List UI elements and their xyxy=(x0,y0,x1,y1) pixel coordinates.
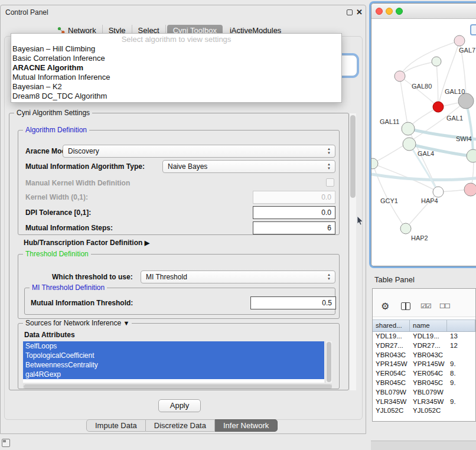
aracne-mode-value: Discovery xyxy=(68,147,99,155)
control-panel-titlebar[interactable]: Control Panel ✕ xyxy=(1,5,366,19)
algorithm-option[interactable]: Basic Correlation Inference xyxy=(11,54,341,63)
table-body: YDL19...YDL19...13YDR27...YDR27...12YBR0… xyxy=(373,332,475,421)
which-threshold-select[interactable]: MI Threshold ▲▼ xyxy=(141,270,335,283)
table-row[interactable]: YBL079WYBL079W xyxy=(373,388,475,397)
apply-button[interactable]: Apply xyxy=(158,399,201,412)
expander-right-icon: ▶ xyxy=(145,239,149,246)
manual-kernel-checkbox[interactable] xyxy=(326,178,334,187)
network-node[interactable] xyxy=(433,102,444,112)
zoom-traffic-light[interactable] xyxy=(396,8,403,15)
kernel-width-value: 0.0 xyxy=(321,193,331,201)
network-node[interactable] xyxy=(467,149,476,162)
network-node[interactable] xyxy=(400,223,411,234)
mi-type-select[interactable]: Naive Bayes ▲▼ xyxy=(162,160,335,173)
network-node[interactable] xyxy=(433,187,444,197)
tab-discretize-data[interactable]: Discretize Data xyxy=(146,419,215,432)
threshold-definition-group: Threshold Definition Which threshold to … xyxy=(18,254,340,319)
network-canvas[interactable]: GAL7GAL80GAL10GAL11GAL1SWI4GAL4GCY1HAP4H… xyxy=(371,19,476,266)
algorithm-option[interactable]: ARACNE Algorithm xyxy=(11,63,341,73)
table-cell xyxy=(447,351,475,360)
control-panel-window: Control Panel ✕ Network Style Select Cyn… xyxy=(0,5,366,434)
table-cell xyxy=(447,406,475,416)
algorithm-option[interactable]: Mutual Information Inference xyxy=(11,73,341,82)
gear-icon[interactable]: ⚙ xyxy=(381,301,389,312)
network-node[interactable] xyxy=(454,35,465,46)
table-cell: YPR145W xyxy=(373,360,410,369)
column-header-name[interactable]: name xyxy=(410,320,447,331)
tab-infer-network[interactable]: Infer Network xyxy=(215,419,278,432)
attributes-scrollbar-thumb[interactable] xyxy=(327,342,331,382)
mi-type-label: Mutual Information Algorithm Type: xyxy=(25,160,145,173)
network-node[interactable] xyxy=(371,158,378,169)
node-label: HAP4 xyxy=(421,197,438,204)
settings-scrollbar-thumb[interactable] xyxy=(350,115,356,198)
table-row[interactable]: YDR27...YDR27...12 xyxy=(373,341,475,351)
table-row[interactable]: YDL19...YDL19...13 xyxy=(373,332,475,341)
table-row[interactable]: YLR345WYLR345W9. xyxy=(373,397,475,407)
table-row[interactable]: YBR045CYBR045C9. xyxy=(373,379,475,388)
column-header-shared-name[interactable]: shared... xyxy=(373,320,410,331)
chevron-updown-icon: ▲▼ xyxy=(327,147,331,155)
dpi-tolerance-value: 0.0 xyxy=(321,208,331,217)
sources-title[interactable]: Sources for Network Inference ▼ xyxy=(23,319,132,327)
attribute-item[interactable]: BetweennessCentrality xyxy=(23,360,324,370)
close-icon[interactable]: ✕ xyxy=(356,8,363,17)
dpi-tolerance-field[interactable]: 0.0 xyxy=(253,206,335,219)
network-edge[interactable] xyxy=(400,41,459,76)
attribute-item[interactable]: TopologicalCoefficient xyxy=(23,351,324,360)
table-cell: YBR043C xyxy=(410,351,447,360)
float-window-icon[interactable] xyxy=(347,9,353,15)
algorithm-option[interactable]: Dream8 DC_TDC Algorithm xyxy=(11,92,341,101)
tab-impute-data[interactable]: Impute Data xyxy=(86,419,146,432)
mi-threshold-field[interactable]: 0.5 xyxy=(250,296,336,309)
network-edge[interactable] xyxy=(466,101,473,156)
node-label: GAL11 xyxy=(380,118,399,125)
attributes-hscrollbar-thumb[interactable] xyxy=(24,384,332,389)
network-edge[interactable] xyxy=(400,76,438,107)
network-node[interactable] xyxy=(432,57,441,66)
network-edge[interactable] xyxy=(400,76,408,129)
cyni-algorithm-settings-group: Cyni Algorithm Settings Algorithm Defini… xyxy=(9,113,349,390)
network-edge[interactable] xyxy=(373,164,406,229)
aracne-mode-select[interactable]: Discovery ▲▼ xyxy=(63,145,335,158)
algorithm-option[interactable]: Bayesian – Hill Climbing xyxy=(11,44,341,54)
attributes-hscrollbar-track[interactable] xyxy=(23,384,332,389)
network-edge[interactable] xyxy=(436,61,438,107)
network-node[interactable] xyxy=(395,71,405,81)
close-traffic-light[interactable] xyxy=(376,8,383,15)
attribute-item[interactable]: SelfLoops xyxy=(23,341,324,351)
table-row[interactable]: YJL052CYJL052C xyxy=(373,406,475,416)
network-node[interactable] xyxy=(402,122,415,135)
algorithm-option[interactable]: Bayesian – K2 xyxy=(11,82,341,92)
table-row[interactable]: YBR043CYBR043C xyxy=(373,351,475,360)
dropdown-prompt: Select algorithm to view settings xyxy=(11,35,341,44)
network-tool-overlay[interactable] xyxy=(470,24,476,35)
table-cell: YPR145W xyxy=(410,360,447,369)
column-header-partial[interactable] xyxy=(447,320,475,331)
node-label: GAL4 xyxy=(418,150,434,157)
network-node[interactable] xyxy=(458,93,474,109)
mi-steps-field[interactable]: 6 xyxy=(253,221,335,234)
network-node[interactable] xyxy=(464,183,476,196)
table-cell: 9. xyxy=(447,360,475,369)
kernel-width-field[interactable]: 0.0 xyxy=(253,191,335,204)
table-cell: YJL052C xyxy=(373,406,410,416)
table-row[interactable]: YPR145WYPR145W9. xyxy=(373,360,475,369)
node-label: GAL10 xyxy=(445,88,465,95)
restore-panel-icon[interactable] xyxy=(2,439,10,447)
deselect-all-rows-icon[interactable]: ☐☐ xyxy=(439,302,450,310)
manual-kernel-label: Manual Kernel Width Definition xyxy=(25,177,130,190)
attribute-item[interactable]: gal4RGexp xyxy=(23,370,324,379)
minimize-traffic-light[interactable] xyxy=(386,8,393,15)
mi-threshold-title: MI Threshold Definition xyxy=(30,283,107,292)
attributes-scrollbar-track[interactable] xyxy=(325,341,332,383)
network-node[interactable] xyxy=(403,138,416,151)
hub-definition-expander[interactable]: Hub/Transcription Factor Definition ▶ xyxy=(24,239,149,247)
network-edge[interactable] xyxy=(438,41,459,107)
network-edge[interactable] xyxy=(371,174,476,180)
select-all-rows-icon[interactable]: ☑☑ xyxy=(420,302,431,310)
which-threshold-label: Which threshold to use: xyxy=(52,270,133,283)
network-window-titlebar[interactable] xyxy=(371,4,476,19)
table-row[interactable]: YER054CYER054C8. xyxy=(373,369,475,379)
column-selector-icon[interactable] xyxy=(401,302,410,310)
